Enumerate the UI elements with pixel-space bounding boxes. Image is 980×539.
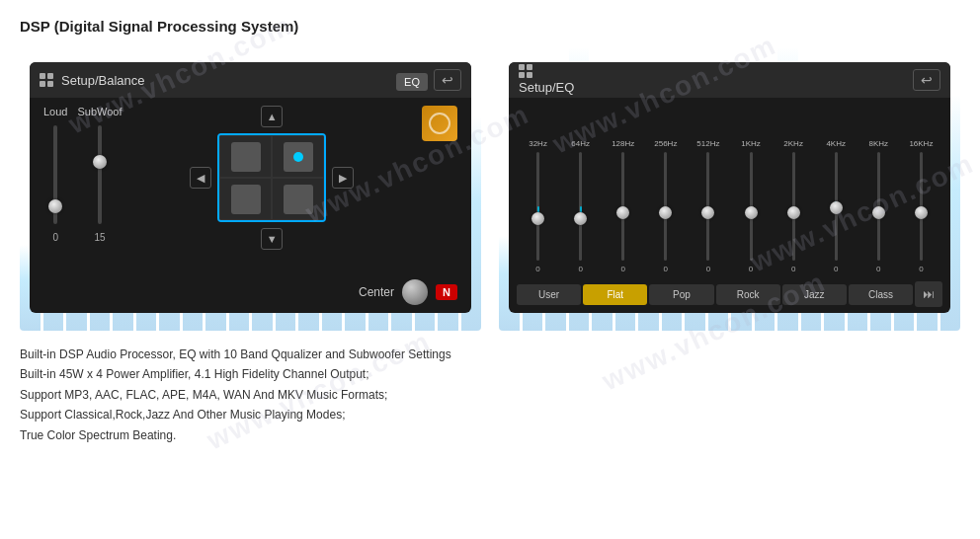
eq-track-2KHz[interactable] <box>792 152 795 261</box>
eq-track-128Hz[interactable] <box>621 152 624 261</box>
header2-left: Setup/EQ <box>519 64 574 96</box>
balance-dot <box>293 152 303 162</box>
arrow-up-button[interactable]: ▲ <box>261 106 283 127</box>
center-knob[interactable] <box>402 279 428 305</box>
center-label: Center <box>359 285 394 299</box>
eq-track-8KHz[interactable] <box>877 152 880 261</box>
loud-slider-thumb[interactable] <box>48 199 62 213</box>
description-line: Support Classical,Rock,Jazz And Other Mu… <box>20 405 960 424</box>
eq-thumb-16KHz[interactable] <box>915 206 928 219</box>
page-title: DSP (Digital Signal Processing System) <box>20 18 960 35</box>
eq-track-256Hz[interactable] <box>664 152 667 261</box>
back-button[interactable]: ↩ <box>434 69 461 91</box>
eq-value-label: 0 <box>791 265 795 273</box>
eq-thumb-8KHz[interactable] <box>872 206 885 219</box>
eq-value-label: 0 <box>749 265 753 273</box>
eq-thumb-4KHz[interactable] <box>830 201 843 214</box>
loud-slider-col: Loud 0 <box>43 106 67 243</box>
eq-thumb-128Hz[interactable] <box>616 206 629 219</box>
subwoof-label: SubWoof <box>77 106 122 117</box>
eq-thumb-64Hz[interactable] <box>574 212 587 225</box>
header-left: Setup/Balance <box>40 73 145 88</box>
eq-value-label: 0 <box>706 265 710 273</box>
description-line: Support MP3, AAC, FLAC, APE, M4A, WAN An… <box>20 385 960 405</box>
eq-freq-label: 4KHz <box>826 139 846 148</box>
subwoof-inner <box>429 113 450 134</box>
arrow-down-button[interactable]: ▼ <box>261 228 283 250</box>
eq-slider-col-16KHz: 16KHz0 <box>900 139 942 273</box>
eq-slider-col-2KHz: 2KHz0 <box>773 139 815 273</box>
eq-value-label: 0 <box>834 265 838 273</box>
eq-value-label: 0 <box>535 265 539 273</box>
eq-track-16KHz[interactable] <box>920 152 923 261</box>
eq-thumb-512Hz[interactable] <box>701 206 714 219</box>
eq-slider-col-64Hz: 64Hz0 <box>559 139 602 273</box>
balance-row: Loud 0 SubWoof 15 <box>43 106 457 275</box>
eq-value-label: 0 <box>919 265 923 273</box>
seat-fl <box>231 142 261 172</box>
screens-row: Setup/Balance EQ ↩ Loud <box>20 44 960 331</box>
eq-thumb-1KHz[interactable] <box>745 206 758 219</box>
preset-button-flat[interactable]: Flat <box>583 284 647 305</box>
eq-slider-col-32Hz: 32Hz0 <box>517 139 559 273</box>
screen1-title: Setup/Balance <box>61 73 145 88</box>
eq-value-label: 0 <box>664 265 668 273</box>
back-button2[interactable]: ↩ <box>913 69 940 91</box>
loud-value: 0 <box>52 232 58 243</box>
eq-slider-col-256Hz: 256Hz0 <box>644 139 687 273</box>
loud-slider-track[interactable] <box>53 125 57 224</box>
screen1-header: Setup/Balance EQ ↩ <box>30 62 471 98</box>
eq-slider-col-512Hz: 512Hz0 <box>687 139 729 273</box>
screen2-container: Setup/EQ ↩ 32Hz064Hz0128Hz0256Hz0512Hz01… <box>499 44 960 331</box>
loud-label: Loud <box>43 106 67 117</box>
car-seat-fl <box>219 135 272 178</box>
preset-next-button[interactable]: ⏭ <box>915 281 942 307</box>
preset-button-rock[interactable]: Rock <box>716 284 780 305</box>
subwoof-slider-thumb[interactable] <box>93 155 107 169</box>
car-top-view <box>217 133 326 222</box>
eq-track-4KHz[interactable] <box>835 152 838 261</box>
grid-icon2 <box>519 64 532 78</box>
arrow-left-button[interactable]: ◀ <box>190 167 211 189</box>
eq-thumb-2KHz[interactable] <box>787 206 800 219</box>
eq-thumb-256Hz[interactable] <box>659 206 672 219</box>
eq-slider-col-4KHz: 4KHz0 <box>815 139 858 273</box>
preset-button-jazz[interactable]: Jazz <box>782 284 847 305</box>
eq-value-label: 0 <box>578 265 582 273</box>
screen1-container: Setup/Balance EQ ↩ Loud <box>20 44 481 331</box>
subwoof-slider-track[interactable] <box>98 125 102 224</box>
eq-presets: UserFlatPopRockJazzClass⏭ <box>517 281 942 307</box>
balance-center: ▲ ◀ <box>132 106 412 250</box>
subwoof-slider-col: SubWoof 15 <box>77 106 122 243</box>
grid-icon <box>40 73 53 87</box>
eq-button[interactable]: EQ <box>396 73 428 91</box>
eq-screen: Setup/EQ ↩ 32Hz064Hz0128Hz0256Hz0512Hz01… <box>509 62 950 313</box>
eq-value-label: 0 <box>621 265 625 273</box>
eq-slider-col-1KHz: 1KHz0 <box>729 139 772 273</box>
preset-button-pop[interactable]: Pop <box>649 284 713 305</box>
eq-slider-col-8KHz: 8KHz0 <box>858 139 900 273</box>
seat-fr <box>284 142 313 172</box>
eq-thumb-32Hz[interactable] <box>531 212 544 225</box>
car-seat-grid <box>219 135 324 220</box>
eq-track-32Hz[interactable] <box>536 152 539 261</box>
car-seat-fr <box>272 135 324 178</box>
description-line: Built-in 45W x 4 Power Amplifier, 4.1 Hi… <box>20 364 960 384</box>
eq-line <box>537 206 539 212</box>
eq-freq-label: 512Hz <box>696 139 719 148</box>
description-line: True Color Spectrum Beating. <box>20 425 960 445</box>
eq-track-1KHz[interactable] <box>750 152 753 261</box>
screen2-title: Setup/EQ <box>519 80 574 95</box>
subwoof-icon <box>422 106 457 141</box>
eq-freq-label: 64Hz <box>571 139 590 148</box>
preset-button-user[interactable]: User <box>517 284 581 305</box>
car-seat-rl <box>219 178 272 220</box>
eq-track-512Hz[interactable] <box>706 152 709 261</box>
eq-freq-label: 8KHz <box>869 139 889 148</box>
arrow-right-button[interactable]: ▶ <box>332 167 354 189</box>
screen2-header: Setup/EQ ↩ <box>509 62 950 98</box>
eq-track-64Hz[interactable] <box>579 152 582 261</box>
preset-button-class[interactable]: Class <box>849 284 913 305</box>
description-section: Built-in DSP Audio Processor, EQ with 10… <box>20 345 960 445</box>
eq-sliders-area: 32Hz064Hz0128Hz0256Hz0512Hz01KHz02KHz04K… <box>517 102 942 277</box>
